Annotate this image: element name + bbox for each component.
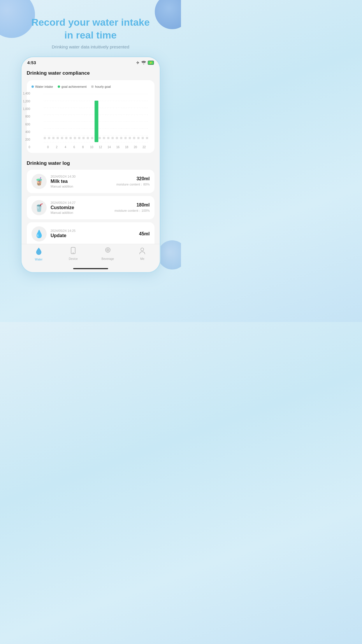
svg-rect-22 (103, 137, 105, 139)
y-label-0: 0 (21, 146, 30, 149)
svg-rect-28 (129, 137, 131, 139)
x-label-4: 4 (61, 146, 70, 149)
status-time: 4:53 (27, 60, 36, 65)
bottom-nav: Water Device Beverage Me (22, 244, 160, 266)
svg-rect-10 (52, 137, 54, 139)
svg-rect-24 (111, 137, 113, 139)
y-label-1000: 1,000 (21, 107, 30, 111)
svg-rect-18 (87, 137, 89, 139)
y-axis-labels: 1,400 1,200 1,000 800 600 400 200 0 (21, 92, 30, 149)
nav-item-device[interactable]: Device (56, 247, 91, 261)
svg-point-34 (73, 253, 74, 253)
nav-device-label: Device (69, 257, 78, 260)
header-title: Record your water intake in real time (12, 16, 169, 41)
nav-item-water[interactable]: Water (22, 247, 56, 261)
log-icon-customize: 🥤 (31, 200, 47, 215)
svg-rect-17 (82, 137, 84, 139)
svg-point-37 (107, 250, 108, 251)
log-section: Drinking water log 🧋 2024/05/24 14:30 Mi… (22, 156, 160, 244)
log-name-2: Customize (51, 205, 111, 210)
legend-label-hourly: hourly goal (95, 85, 111, 88)
log-moisture-1: moisture content：80% (116, 183, 150, 186)
home-indicator (22, 266, 160, 272)
svg-rect-13 (65, 137, 67, 139)
nav-beverage-label: Beverage (101, 257, 114, 260)
nav-water-icon (36, 247, 42, 257)
x-label-0: 0 (44, 146, 52, 149)
legend-dot-goal (58, 85, 60, 88)
log-datetime-3: 2024/05/24 14:25 (51, 229, 135, 232)
phone-frame: 4:53 ✈ ⚡ Drinking water compliance Water… (21, 56, 161, 273)
nav-water-label: Water (35, 258, 43, 261)
log-datetime-1: 2024/05/24 14:30 (51, 175, 113, 178)
x-label-10: 10 (87, 146, 96, 149)
chart-area (44, 92, 149, 144)
nav-me-icon (139, 247, 145, 256)
x-label-12: 12 (96, 146, 105, 149)
log-source-1: Manual addition (51, 185, 113, 188)
x-label-18: 18 (122, 146, 131, 149)
legend-square-hourly (91, 85, 94, 88)
svg-rect-8 (44, 137, 46, 139)
svg-rect-15 (74, 137, 76, 139)
battery-icon: ⚡ (148, 61, 154, 65)
legend-dot-water (31, 85, 34, 88)
x-axis-labels: 0 2 4 6 8 10 12 14 16 18 20 22 (44, 146, 149, 149)
svg-rect-20 (94, 101, 98, 142)
svg-rect-19 (91, 137, 93, 139)
nav-item-beverage[interactable]: Beverage (91, 247, 125, 261)
x-label-8: 8 (79, 146, 87, 149)
log-icon-3-symbol: 💧 (34, 230, 44, 239)
header-subtitle: Drinking water data intuitively presente… (12, 44, 169, 49)
log-entry-2[interactable]: 🥤 2024/05/24 14:27 Customize Manual addi… (27, 196, 154, 219)
y-label-800: 800 (21, 115, 30, 118)
chart-section: Drinking water compliance Water intake g… (22, 67, 160, 156)
chart-card: Water intake goal achievement hourly goa… (27, 80, 154, 153)
log-entry-1[interactable]: 🧋 2024/05/24 14:30 Milk tea Manual addit… (27, 170, 154, 193)
x-label-16: 16 (114, 146, 122, 149)
svg-rect-30 (137, 137, 139, 139)
customize-icon: 🥤 (34, 203, 44, 212)
chart-wrapper: 1,400 1,200 1,000 800 600 400 200 0 (31, 92, 150, 149)
status-bar: 4:53 ✈ ⚡ (22, 57, 160, 67)
y-label-200: 200 (21, 138, 30, 141)
y-label-1200: 1,200 (21, 100, 30, 103)
x-label-20: 20 (131, 146, 140, 149)
status-icons: ✈ ⚡ (136, 60, 154, 65)
y-label-1400: 1,400 (21, 92, 30, 95)
legend-label-goal: goal achievement (61, 85, 87, 88)
log-section-title: Drinking water log (27, 160, 154, 166)
nav-me-label: Me (140, 257, 144, 260)
chart-section-title: Drinking water compliance (27, 70, 154, 76)
y-label-600: 600 (21, 123, 30, 126)
svg-rect-12 (61, 137, 63, 139)
nav-beverage-icon (105, 247, 111, 256)
svg-rect-21 (99, 137, 101, 139)
y-label-400: 400 (21, 130, 30, 134)
chart-legend: Water intake goal achievement hourly goa… (31, 85, 150, 88)
svg-rect-23 (107, 137, 109, 139)
svg-point-38 (141, 248, 144, 251)
x-label-6: 6 (70, 146, 79, 149)
log-amount-2: 180ml (115, 202, 150, 208)
log-info-2: 2024/05/24 14:27 Customize Manual additi… (51, 201, 111, 214)
log-icon-milk-tea: 🧋 (31, 174, 47, 189)
svg-rect-11 (57, 137, 59, 139)
svg-rect-14 (69, 137, 71, 139)
home-bar (73, 268, 108, 269)
wifi-icon (141, 60, 146, 65)
log-moisture-2: moisture content：100% (115, 209, 150, 212)
log-name-3: Update (51, 233, 135, 238)
log-datetime-2: 2024/05/24 14:27 (51, 201, 111, 204)
log-icon-3: 💧 (31, 226, 47, 242)
nav-item-me[interactable]: Me (125, 247, 160, 261)
log-info-3: 2024/05/24 14:25 Update (51, 229, 135, 239)
log-amount-block-1: 320ml moisture content：80% (116, 176, 150, 187)
milk-tea-icon: 🧋 (34, 177, 44, 186)
header-section: Record your water intake in real time Dr… (0, 0, 181, 56)
svg-rect-29 (133, 137, 135, 139)
chart-svg (44, 92, 149, 144)
svg-rect-16 (78, 137, 80, 139)
svg-rect-9 (48, 137, 50, 139)
log-entry-3-partial[interactable]: 💧 2024/05/24 14:25 Update 45ml (27, 222, 154, 244)
